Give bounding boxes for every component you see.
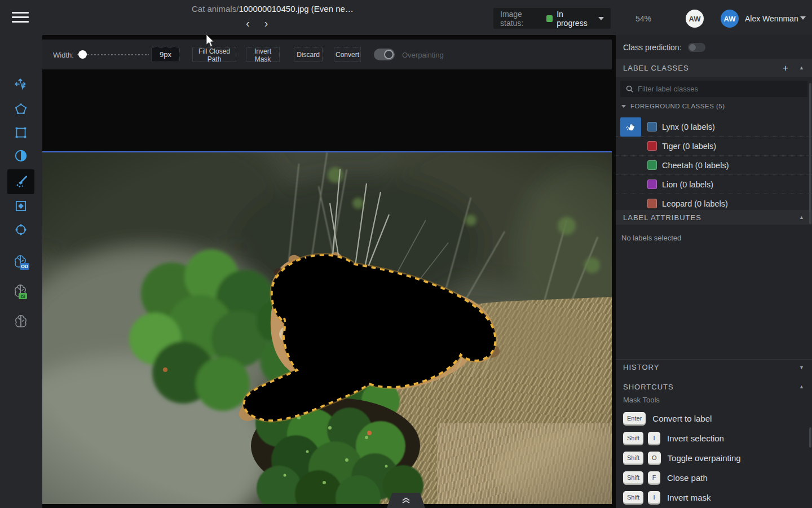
class-prediction-toggle[interactable] — [688, 43, 705, 52]
class-row-cheetah[interactable]: Cheetah (0 labels) — [616, 156, 812, 175]
status-color-square — [546, 15, 553, 22]
collapse-up-icon[interactable]: ▲ — [799, 384, 804, 389]
move-icon — [14, 77, 28, 92]
bounding-box-icon — [14, 125, 28, 140]
class-name: Cheetah (0 labels) — [662, 161, 729, 170]
class-color-swatch — [647, 122, 657, 132]
image-viewport[interactable] — [42, 151, 612, 504]
history-header[interactable]: HISTORY ▼ — [616, 359, 812, 375]
class-list: Lynx (0 labels) Tiger (0 labels) Cheetah… — [616, 117, 812, 213]
shortcuts-header[interactable]: SHORTCUTS ▲ — [616, 379, 812, 394]
shift-key: Shift — [623, 432, 643, 444]
toggle-knob — [384, 50, 394, 59]
toggle-knob — [689, 44, 696, 51]
mouse-pointer-icon — [205, 34, 215, 49]
shortcuts-group-title: Mask Tools — [623, 396, 660, 404]
svg-text:IS: IS — [20, 294, 25, 299]
class-row-tiger[interactable]: Tiger (0 labels) — [616, 137, 812, 156]
shortcut-invert-mask: Shift I Invert mask — [623, 490, 711, 505]
contrast-icon — [14, 148, 28, 163]
shortcuts-title: SHORTCUTS — [623, 383, 674, 391]
collapse-up-icon[interactable]: ▲ — [799, 214, 804, 220]
shift-key: Shift — [623, 491, 643, 503]
fill-closed-path-button[interactable]: Fill Closed Path — [192, 47, 236, 62]
class-name: Leopard (0 labels) — [662, 199, 728, 208]
image-title: Cat animals/100000010450.jpg (Even ne… — [192, 4, 354, 14]
add-class-icon[interactable]: + — [783, 63, 788, 73]
painting-hand-icon — [625, 121, 637, 133]
overpainting-toggle[interactable] — [374, 49, 395, 60]
hamburger-menu-icon[interactable] — [12, 12, 29, 24]
right-panel: Class prediction: LABEL CLASSES + ▲ Filt… — [616, 35, 812, 508]
tool-sidebar: OD IS — [0, 35, 42, 508]
letter-key: I — [648, 491, 660, 503]
shortcut-toggle-overpainting: Shift O Toggle overpainting — [623, 450, 741, 465]
letter-key: I — [648, 432, 660, 444]
ellipse-tool[interactable] — [7, 217, 34, 242]
expand-down-icon[interactable]: ▼ — [799, 365, 804, 370]
next-image-icon[interactable]: › — [264, 17, 268, 29]
active-brush-class-tile — [620, 117, 641, 137]
mask-tool[interactable] — [7, 194, 34, 218]
classes-scrollbar[interactable] — [809, 83, 811, 224]
contrast-tool[interactable] — [7, 143, 34, 168]
file-name: 100000010450.jpg (Even ne… — [239, 4, 354, 14]
bounding-box-tool[interactable] — [7, 120, 34, 145]
label-classes-header[interactable]: LABEL CLASSES + ▲ — [616, 59, 812, 77]
history-title: HISTORY — [623, 363, 659, 371]
invert-mask-button[interactable]: Invert Mask — [246, 47, 280, 62]
instance-segmentation-ai-tool[interactable]: IS — [7, 279, 34, 304]
brush-icon — [14, 174, 28, 189]
shortcut-label: Toggle overpainting — [668, 453, 741, 463]
group-title: FOREGROUND CLASSES (5) — [630, 103, 725, 110]
mask-icon — [14, 199, 28, 213]
collaborator-avatar[interactable]: AW — [686, 10, 704, 28]
brain-icon — [11, 312, 30, 331]
zoom-level: 54% — [636, 14, 651, 23]
shortcut-label: Convert to label — [652, 414, 712, 423]
polygon-icon — [14, 102, 28, 116]
foreground-classes-group[interactable]: FOREGROUND CLASSES (5) — [621, 103, 725, 110]
double-chevron-up-icon — [401, 497, 411, 504]
brain-is-icon: IS — [11, 282, 30, 301]
overpainting-label: Overpainting — [402, 51, 444, 59]
top-bar: Cat animals/100000010450.jpg (Even ne… ‹… — [0, 0, 812, 35]
filter-classes-input[interactable]: Filter label classes — [620, 81, 807, 97]
shortcuts-scrollbar[interactable] — [809, 427, 811, 448]
label-attributes-title: LABEL ATTRIBUTES — [623, 213, 701, 222]
image-navigation: ‹ › — [246, 17, 268, 29]
brush-tool[interactable] — [7, 169, 34, 194]
bottom-drawer-handle[interactable] — [387, 493, 425, 508]
discard-button[interactable]: Discard — [294, 47, 323, 62]
prev-image-icon[interactable]: ‹ — [246, 17, 250, 29]
polygon-tool[interactable] — [7, 97, 34, 121]
width-value: 9px — [151, 47, 180, 62]
image-status-dropdown[interactable]: Image status: In progress — [493, 8, 611, 29]
user-avatar[interactable]: AW — [721, 10, 739, 28]
user-menu-chevron-icon[interactable] — [800, 16, 806, 20]
class-prediction-label: Class prediction: — [623, 43, 682, 52]
semantic-segmentation-ai-tool[interactable] — [7, 309, 34, 334]
move-tool[interactable] — [7, 72, 34, 97]
group-caret-icon — [621, 105, 626, 108]
collapse-up-icon[interactable]: ▲ — [799, 65, 804, 71]
class-color-swatch — [647, 179, 657, 189]
user-name[interactable]: Alex Wennman — [745, 14, 798, 23]
shortcut-invert-selection: Shift I Invert selection — [623, 431, 724, 445]
status-label: Image status: — [500, 10, 542, 28]
width-slider-track[interactable] — [77, 54, 149, 55]
object-detection-ai-tool[interactable]: OD — [7, 250, 34, 275]
class-row-lion[interactable]: Lion (0 labels) — [616, 175, 812, 194]
ellipse-icon — [14, 222, 28, 237]
width-slider-thumb[interactable] — [78, 50, 87, 59]
enter-key: Enter — [623, 412, 646, 424]
convert-button[interactable]: Convert — [334, 47, 361, 62]
chevron-down-icon — [598, 17, 604, 20]
no-labels-text: No labels selected — [621, 234, 681, 242]
class-row-lynx[interactable]: Lynx (0 labels) — [616, 117, 812, 137]
shortcut-close-path: Shift F Close path — [623, 470, 708, 485]
shift-key: Shift — [623, 471, 643, 484]
annotation-app: Cat animals/100000010450.jpg (Even ne… ‹… — [0, 0, 812, 508]
brain-od-icon: OD — [11, 253, 30, 272]
label-attributes-header[interactable]: LABEL ATTRIBUTES ▲ — [616, 210, 812, 225]
